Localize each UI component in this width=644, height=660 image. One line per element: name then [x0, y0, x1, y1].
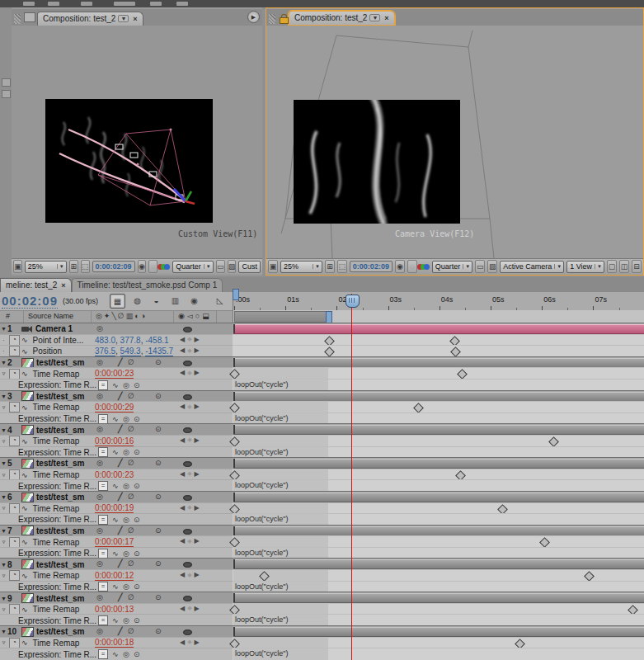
resolution-select[interactable]: Quarter▼	[172, 261, 213, 273]
panel-gripper[interactable]	[269, 14, 275, 24]
effects-switch-icon[interactable]: ∅	[128, 493, 134, 501]
next-keyframe-icon[interactable]: ▶	[195, 336, 200, 343]
time-ruler[interactable]: :00s01s02s03s04s05s06s07s08s	[233, 292, 644, 311]
expression-graph-icon[interactable]: ∿	[112, 448, 119, 456]
layer-row-left[interactable]: ▼9test/test_sm◎╱∅⊙	[0, 592, 233, 604]
quality-switch-icon[interactable]: ╱	[118, 526, 122, 535]
magnification-select[interactable]: 25%▼	[25, 261, 67, 273]
motion-blur-switch-icon[interactable]: ⊙	[155, 358, 162, 366]
keyframe-navigator[interactable]: ◀◆▶	[180, 403, 200, 410]
time-remap-row-left[interactable]: ▿◔∿Time Remap0:00:00:13◀◆▶	[0, 603, 233, 615]
add-keyframe-icon[interactable]: ◆	[187, 538, 191, 544]
tab-dropdown-icon[interactable]: ▼	[118, 15, 129, 22]
snapshot-button[interactable]: ◉	[395, 260, 405, 273]
expression-pickwhip-icon[interactable]: ◎	[123, 516, 129, 524]
time-remap-row-right[interactable]	[233, 435, 644, 447]
expression-language-menu-icon[interactable]: ⊙	[134, 650, 140, 658]
next-keyframe-icon[interactable]: ▶	[195, 571, 200, 578]
panel-gripper[interactable]	[14, 14, 21, 24]
expression-graph-icon[interactable]: ∿	[112, 516, 119, 524]
add-keyframe-icon[interactable]: ◆	[187, 504, 191, 511]
next-keyframe-icon[interactable]: ▶	[195, 470, 200, 478]
prev-keyframe-icon[interactable]: ◀	[180, 369, 185, 376]
expression-language-menu-icon[interactable]: ⊙	[134, 482, 140, 490]
keyframe-navigator[interactable]: ◀◆▶	[180, 369, 200, 376]
prev-keyframe-icon[interactable]: ◀	[180, 504, 185, 512]
add-keyframe-icon[interactable]: ◆	[187, 605, 191, 611]
expression-language-menu-icon[interactable]: ⊙	[134, 516, 140, 524]
video-eye-icon[interactable]	[183, 361, 192, 366]
expression-language-menu-icon[interactable]: ⊙	[134, 415, 140, 423]
add-keyframe-icon[interactable]: ◆	[187, 336, 191, 342]
stopwatch-icon[interactable]: ◔	[9, 335, 20, 346]
expression-language-menu-icon[interactable]: ⊙	[134, 381, 140, 389]
time-remap-row-left[interactable]: ▿◔∿Time Remap0:00:00:19◀◆▶	[0, 502, 233, 515]
grid-guides-button[interactable]: ⊞	[69, 260, 78, 273]
expression-row-left[interactable]: Expression: Time R...=∿◎⊙	[0, 446, 233, 459]
layer-row-left[interactable]: ▼6test/test_sm◎╱∅⊙	[0, 491, 233, 503]
motion-blur-switch-icon[interactable]: ⊙	[155, 459, 162, 467]
layer-duration-bar[interactable]	[233, 425, 644, 435]
layer-row-left[interactable]: ▼5test/test_sm◎╱∅⊙	[0, 457, 233, 469]
region-of-interest-button[interactable]: ⬚	[81, 260, 90, 273]
twirl-down-icon[interactable]: ▼	[0, 494, 7, 500]
view-layout-button-2[interactable]: ◫	[619, 260, 629, 273]
time-remap-row-right[interactable]	[233, 535, 644, 548]
property-value[interactable]: 376.5, 549.3, -1435.7	[95, 346, 173, 356]
prev-keyframe-icon[interactable]: ◀	[180, 346, 185, 354]
motion-blur-icon[interactable]: ◉	[187, 294, 201, 307]
expression-row-right[interactable]: loopOut("cycle")	[233, 412, 644, 425]
camera-property-row-left[interactable]: ·◔∿Position376.5, 549.3, -1435.7◀◆▶	[0, 345, 233, 357]
parent-pickwhip-icon[interactable]: ◎	[96, 559, 103, 568]
twirl-down-icon[interactable]: ▼	[0, 326, 7, 332]
add-keyframe-icon[interactable]: ◆	[187, 639, 191, 645]
time-remap-value[interactable]: 0:00:00:23	[95, 470, 134, 480]
twirl-down-icon[interactable]: ▼	[0, 528, 7, 534]
effects-switch-icon[interactable]: ∅	[128, 526, 134, 535]
view-layout-select-cut[interactable]: Cust	[238, 261, 261, 273]
frame-blend-icon[interactable]: ▥	[168, 294, 182, 307]
twirl-down-icon[interactable]: ▼	[0, 427, 7, 433]
time-remap-row-right[interactable]	[233, 401, 644, 413]
tab-timeline-smoke-psd[interactable]: Timeline: test/test_smoke.psd Comp 1	[72, 278, 223, 292]
time-remap-row-left[interactable]: ▿◔∿Time Remap0:00:00:16◀◆▶	[0, 435, 233, 447]
time-remap-row-right[interactable]	[233, 603, 644, 615]
stopwatch-icon[interactable]: ◔	[9, 537, 20, 548]
video-eye-icon[interactable]	[183, 327, 192, 332]
layer-row-left[interactable]: ▼3test/test_sm◎╱∅⊙	[0, 390, 233, 403]
next-keyframe-icon[interactable]: ▶	[195, 537, 200, 544]
expression-twirl-icon[interactable]: ▿	[0, 639, 7, 646]
effects-switch-icon[interactable]: ∅	[128, 593, 134, 601]
time-remap-row-left[interactable]: ▿◔∿Time Remap0:00:00:18◀◆▶	[0, 637, 233, 649]
add-keyframe-icon[interactable]: ◆	[187, 370, 191, 376]
expression-row-left[interactable]: Expression: Time R...=∿◎⊙	[0, 614, 233, 626]
current-time-field[interactable]: 00:02:09	[2, 294, 58, 309]
value-link[interactable]: 376.5	[95, 346, 115, 356]
video-eye-icon[interactable]	[183, 562, 192, 568]
expression-row-right[interactable]: loopOut("cycle")	[233, 581, 644, 593]
next-keyframe-icon[interactable]: ▶	[195, 639, 200, 646]
time-remap-value[interactable]: 0:00:00:19	[95, 503, 134, 513]
time-remap-value[interactable]: 0:00:00:18	[95, 638, 134, 648]
draft-3d-icon[interactable]: ◒	[149, 294, 163, 307]
layer-duration-bar[interactable]	[233, 392, 644, 402]
grid-guides-button[interactable]: ⊞	[325, 260, 335, 273]
add-keyframe-icon[interactable]: ◆	[187, 347, 191, 354]
stopwatch-icon[interactable]: ◔	[9, 604, 20, 615]
work-area-strip[interactable]	[233, 310, 644, 323]
layer-duration-bar[interactable]	[233, 324, 644, 334]
next-keyframe-icon[interactable]: ▶	[195, 504, 200, 512]
viewer-timecode-field[interactable]: 0:00:02:09	[350, 261, 393, 272]
value-link[interactable]: 483.0	[95, 336, 115, 346]
parent-pickwhip-icon[interactable]: ◎	[96, 593, 103, 601]
effects-switch-icon[interactable]: ∅	[128, 358, 134, 366]
time-remap-value[interactable]: 0:00:00:17	[95, 537, 134, 547]
expression-twirl-icon[interactable]: ▿	[0, 472, 7, 478]
prev-keyframe-icon[interactable]: ◀	[180, 403, 185, 410]
next-keyframe-icon[interactable]: ▶	[195, 605, 200, 612]
stopwatch-icon[interactable]: ◔	[9, 369, 20, 380]
tab-composition-right[interactable]: Composition: test_2 ▼ ×	[289, 11, 395, 26]
layer-row-right[interactable]	[233, 457, 644, 469]
quality-switch-icon[interactable]: ╱	[118, 358, 122, 366]
parent-pickwhip-icon[interactable]: ◎	[96, 526, 103, 535]
